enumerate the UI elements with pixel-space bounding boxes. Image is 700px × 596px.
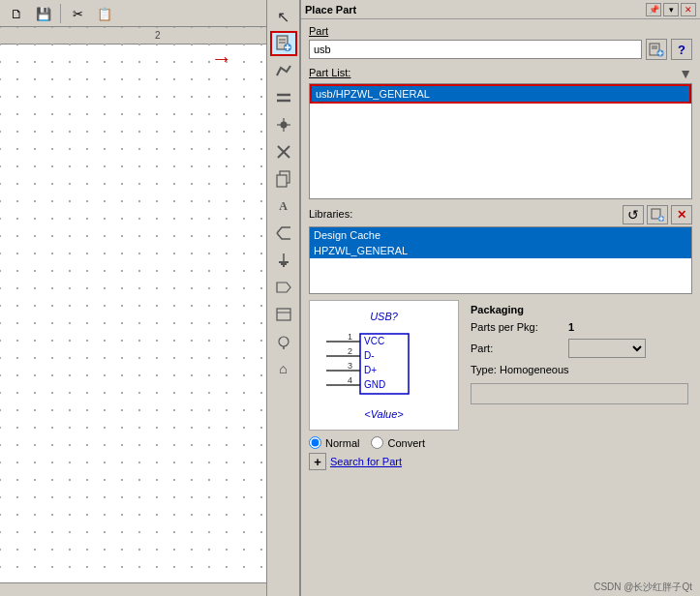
svg-text:4: 4 bbox=[348, 375, 352, 385]
svg-text:VCC: VCC bbox=[364, 336, 384, 346]
svg-text:1: 1 bbox=[348, 332, 352, 342]
convert-radio[interactable] bbox=[371, 436, 383, 449]
part-search-input[interactable] bbox=[309, 40, 642, 59]
sep1 bbox=[60, 4, 61, 23]
power-port-btn[interactable] bbox=[270, 248, 297, 273]
svg-rect-14 bbox=[277, 175, 287, 187]
usb-title: USB? bbox=[370, 311, 398, 322]
bus-tool-btn[interactable] bbox=[270, 85, 297, 110]
part-list-item[interactable]: usb/HPZWL_GENERAL bbox=[310, 84, 691, 104]
usb-value-label: <Value> bbox=[364, 408, 404, 420]
junction-tool-btn[interactable] bbox=[270, 112, 297, 137]
normal-radio[interactable] bbox=[309, 436, 321, 449]
wire-tool-btn[interactable] bbox=[270, 58, 297, 83]
filter-icon[interactable]: ▼ bbox=[679, 66, 692, 81]
bottom-section: Normal Convert + Search for Part bbox=[309, 436, 692, 470]
part-list-section: Part List: ▼ usb/HPZWL_GENERAL bbox=[309, 66, 692, 199]
mid-toolbar: ↖ bbox=[266, 0, 300, 596]
svg-text:D+: D+ bbox=[364, 365, 377, 375]
netname-tool-btn[interactable] bbox=[270, 221, 297, 246]
wire-icon bbox=[275, 62, 292, 79]
parts-per-pkg-row: Parts per Pkg: 1 bbox=[471, 321, 688, 333]
normal-label: Normal bbox=[325, 437, 359, 449]
lib-header-buttons: ↺ ✕ bbox=[623, 205, 692, 224]
lib-item-design-cache[interactable]: Design Cache bbox=[310, 227, 691, 243]
canvas-area: 🗋 💾 ✂ 📋 2 bbox=[0, 0, 300, 596]
search-row: + Search for Part bbox=[309, 453, 692, 470]
text-tool-btn[interactable]: A bbox=[270, 194, 297, 219]
add-library-btn[interactable] bbox=[646, 39, 667, 60]
panel-titlebar: Place Part 📌 ▾ ✕ bbox=[301, 0, 700, 19]
offpage-btn[interactable] bbox=[270, 275, 297, 300]
panel-close-btn[interactable]: ✕ bbox=[681, 3, 696, 16]
bus-icon bbox=[275, 89, 292, 106]
convert-label: Convert bbox=[387, 437, 425, 449]
part-list-label: Part List: bbox=[309, 67, 350, 78]
power-icon bbox=[275, 252, 292, 269]
part-list-box[interactable]: usb/HPZWL_GENERAL bbox=[309, 83, 692, 199]
part-info-field bbox=[471, 383, 688, 404]
svg-text:D-: D- bbox=[364, 350, 375, 361]
panel-title: Place Part bbox=[305, 4, 356, 15]
lib-refresh-btn[interactable]: ↺ bbox=[623, 205, 644, 224]
component-preview-box: USB? VCC D- D+ GND bbox=[309, 300, 459, 431]
help-btn[interactable]: ? bbox=[671, 39, 692, 60]
hier-block-btn[interactable] bbox=[270, 302, 297, 327]
print-preview-btn[interactable]: 🗋 bbox=[4, 2, 29, 25]
hier-icon bbox=[275, 306, 292, 323]
lib-list-box[interactable]: Design Cache HPZWL_GENERAL bbox=[309, 226, 692, 294]
add-library-icon bbox=[649, 42, 664, 57]
type-label: Type: Homogeneous bbox=[471, 364, 688, 375]
part-pkg-dropdown[interactable] bbox=[568, 339, 646, 358]
hier-pin-icon bbox=[275, 333, 292, 350]
copy-icon bbox=[275, 170, 292, 188]
lib-item-hpzwl[interactable]: HPZWL_GENERAL bbox=[310, 243, 691, 258]
place-part-btn[interactable] bbox=[270, 31, 297, 56]
app-container: 🗋 💾 ✂ 📋 2 ↖ bbox=[0, 0, 700, 596]
panel-restore-btn[interactable]: ▾ bbox=[663, 3, 679, 16]
lib-add-icon bbox=[651, 208, 664, 222]
copy-btn[interactable]: 📋 bbox=[92, 2, 117, 25]
panel-pin-btn[interactable]: 📌 bbox=[646, 3, 661, 16]
part-select-row: Part: bbox=[471, 339, 688, 358]
lib-remove-btn[interactable]: ✕ bbox=[671, 205, 692, 224]
cut-btn[interactable]: ✂ bbox=[65, 2, 90, 25]
hier-pin-btn[interactable] bbox=[270, 329, 297, 354]
noconnect-icon bbox=[275, 143, 292, 161]
noconnect-tool-btn[interactable] bbox=[270, 139, 297, 164]
preview-packaging-row: USB? VCC D- D+ GND bbox=[309, 300, 692, 431]
parts-per-pkg-value: 1 bbox=[568, 321, 574, 333]
packaging-title: Packaging bbox=[471, 304, 688, 315]
packaging-info: Packaging Parts per Pkg: 1 Part: Type: H… bbox=[467, 300, 692, 431]
svg-rect-20 bbox=[277, 309, 290, 320]
copy-btn2[interactable] bbox=[270, 166, 297, 192]
place-part-icon bbox=[275, 35, 292, 52]
convert-radio-label[interactable]: Convert bbox=[371, 436, 425, 449]
usb-schematic-svg: VCC D- D+ GND 1 2 3 4 bbox=[321, 324, 447, 406]
home-btn[interactable]: ⌂ bbox=[270, 356, 297, 381]
svg-text:3: 3 bbox=[348, 361, 352, 371]
svg-text:2: 2 bbox=[348, 346, 352, 356]
save-btn[interactable]: 💾 bbox=[31, 2, 56, 25]
canvas-dots bbox=[0, 27, 299, 596]
junction-icon bbox=[275, 116, 292, 134]
select-tool-btn[interactable]: ↖ bbox=[270, 4, 297, 29]
netname-icon bbox=[275, 224, 292, 242]
libraries-section: Libraries: ↺ ✕ bbox=[309, 205, 692, 294]
search-for-part-link[interactable]: Search for Part bbox=[330, 456, 402, 467]
lib-add-btn[interactable] bbox=[647, 205, 668, 224]
view-mode-row: Normal Convert bbox=[309, 436, 692, 449]
offpage-icon bbox=[275, 279, 292, 296]
part-list-header: Part List: ▼ bbox=[309, 66, 692, 81]
part-field-row: ? bbox=[309, 39, 692, 60]
watermark: CSDN @长沙红胖子Qt bbox=[593, 581, 692, 594]
normal-radio-label[interactable]: Normal bbox=[309, 436, 359, 449]
part-field-label: Part bbox=[309, 25, 692, 37]
svg-marker-19 bbox=[277, 283, 290, 292]
search-expand-btn[interactable]: + bbox=[309, 453, 326, 470]
svg-point-22 bbox=[279, 337, 289, 346]
canvas-toolbar: 🗋 💾 ✂ 📋 bbox=[0, 0, 299, 27]
panel-content: Part ? Part List: bbox=[301, 19, 700, 476]
svg-text:GND: GND bbox=[364, 379, 385, 390]
canvas-hscrollbar[interactable] bbox=[0, 582, 299, 596]
